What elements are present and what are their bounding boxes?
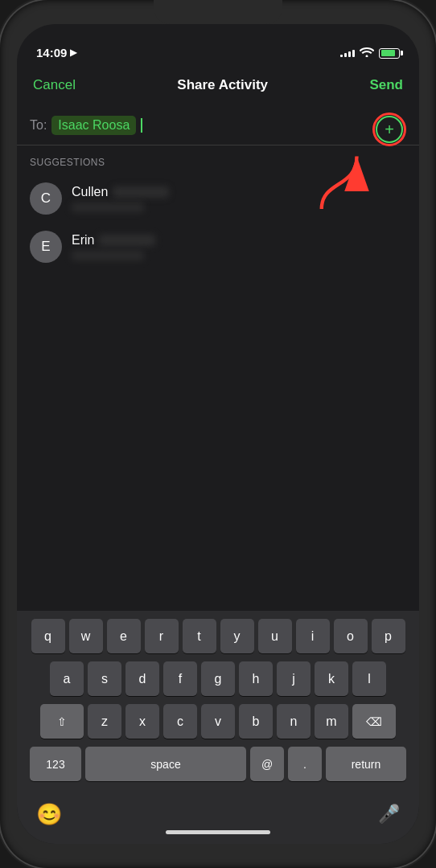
keyboard-row-1: q w e r t y u i o p (20, 619, 416, 653)
at-key[interactable]: @ (250, 747, 284, 781)
key-t[interactable]: t (183, 619, 216, 653)
avatar-cullen: C (30, 182, 62, 215)
suggestion-item[interactable]: C Cullen (17, 174, 419, 223)
key-y[interactable]: y (220, 619, 254, 653)
return-key[interactable]: return (326, 747, 406, 781)
space-key[interactable]: space (85, 747, 246, 781)
key-j[interactable]: j (277, 661, 311, 696)
to-label: To: (30, 118, 47, 133)
key-h[interactable]: h (239, 661, 273, 696)
keyboard-row-3: ⇧ z x c v b n m ⌫ (20, 704, 416, 739)
keyboard-row-2: a s d f g h j k l (20, 661, 416, 696)
key-r[interactable]: r (145, 619, 179, 653)
key-o[interactable]: o (334, 619, 368, 653)
period-key[interactable]: . (288, 747, 322, 781)
page-title: Share Activity (177, 77, 268, 93)
delete-key[interactable]: ⌫ (352, 704, 396, 739)
phone-frame: 14:09 ▶ (0, 0, 436, 868)
battery-icon (379, 48, 400, 59)
add-button-area: + (372, 113, 406, 146)
avatar-erin: E (30, 231, 62, 263)
emoji-button[interactable]: 😊 (36, 802, 62, 827)
signal-bar-3 (348, 51, 351, 57)
mic-button[interactable]: 🎤 (378, 804, 400, 825)
signal-bar-4 (352, 50, 355, 57)
key-d[interactable]: d (125, 661, 159, 696)
add-contact-button[interactable]: + (376, 116, 403, 143)
bottom-bar: 😊 🎤 (17, 792, 419, 844)
nav-bar: Cancel Share Activity Send (17, 64, 419, 106)
key-z[interactable]: z (88, 704, 121, 739)
key-m[interactable]: m (315, 704, 348, 739)
content-area: To: Isaac Roosa + (17, 106, 419, 611)
key-q[interactable]: q (31, 619, 65, 653)
to-field: To: Isaac Roosa (17, 106, 419, 145)
key-v[interactable]: v (201, 704, 235, 739)
suggestion-name-cullen: Cullen (72, 185, 169, 199)
key-p[interactable]: p (372, 619, 405, 653)
location-icon: ▶ (70, 47, 76, 58)
key-k[interactable]: k (315, 661, 348, 696)
key-f[interactable]: f (163, 661, 197, 696)
text-cursor (141, 118, 142, 133)
signal-bars (340, 50, 355, 57)
key-e[interactable]: e (107, 619, 141, 653)
blurred-surname-2 (99, 235, 155, 246)
notch (154, 0, 282, 24)
suggestion-item-2[interactable]: E Erin (17, 223, 419, 271)
key-x[interactable]: x (125, 704, 159, 739)
blurred-detail-2 (72, 251, 144, 260)
status-time: 14:09 ▶ (36, 46, 76, 59)
key-s[interactable]: s (88, 661, 121, 696)
key-u[interactable]: u (258, 619, 292, 653)
key-a[interactable]: a (50, 661, 84, 696)
cancel-button[interactable]: Cancel (33, 77, 76, 93)
status-bar: 14:09 ▶ (17, 24, 419, 64)
recipient-tag[interactable]: Isaac Roosa (51, 116, 136, 135)
status-icons (340, 47, 400, 59)
key-g[interactable]: g (201, 661, 235, 696)
key-w[interactable]: w (69, 619, 103, 653)
keyboard: q w e r t y u i o p a s d f g h j k (17, 611, 419, 792)
home-indicator (166, 830, 270, 834)
add-button-highlight: + (372, 113, 406, 146)
key-n[interactable]: n (277, 704, 311, 739)
plus-icon: + (385, 121, 394, 137)
signal-bar-2 (344, 53, 347, 57)
numbers-key[interactable]: 123 (30, 747, 81, 781)
key-l[interactable]: l (352, 661, 386, 696)
keyboard-row-4: 123 space @ . return (20, 747, 416, 781)
key-b[interactable]: b (239, 704, 273, 739)
key-i[interactable]: i (296, 619, 330, 653)
suggestion-info-cullen: Cullen (72, 185, 169, 212)
send-button[interactable]: Send (369, 77, 403, 93)
suggestion-info-erin: Erin (72, 233, 155, 260)
shift-key[interactable]: ⇧ (40, 704, 84, 739)
key-c[interactable]: c (163, 704, 197, 739)
blurred-detail-1 (72, 203, 144, 212)
signal-bar-1 (340, 55, 343, 57)
wifi-icon (360, 47, 374, 59)
phone-screen: 14:09 ▶ (17, 24, 419, 844)
suggestions-label: SUGGESTIONS (17, 145, 419, 174)
blurred-surname-1 (113, 186, 169, 198)
suggestion-name-erin: Erin (72, 233, 155, 248)
